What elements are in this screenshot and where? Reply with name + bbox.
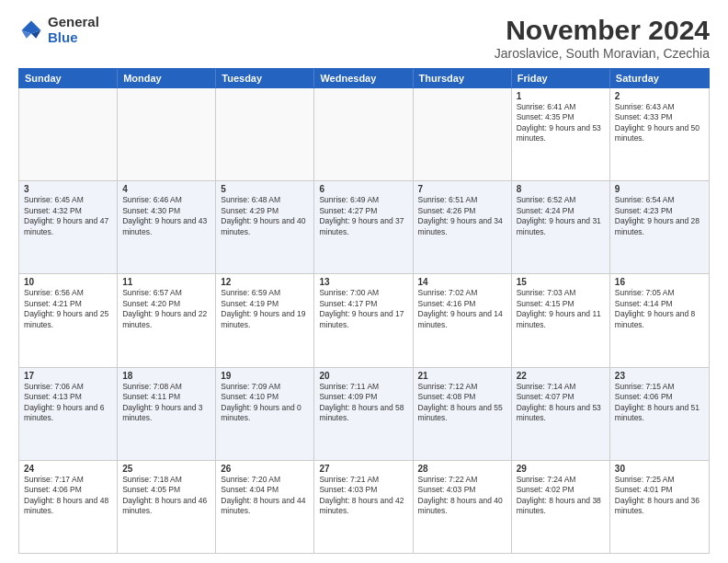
month-title: November 2024 — [495, 15, 710, 46]
cal-cell-r0-c1 — [118, 88, 216, 180]
cell-info: Sunrise: 7:06 AM Sunset: 4:13 PM Dayligh… — [24, 382, 112, 424]
cal-cell-r2-c5: 15Sunrise: 7:03 AM Sunset: 4:15 PM Dayli… — [512, 274, 610, 366]
cal-cell-r1-c5: 8Sunrise: 6:52 AM Sunset: 4:24 PM Daylig… — [512, 181, 610, 273]
cell-info: Sunrise: 7:09 AM Sunset: 4:10 PM Dayligh… — [221, 382, 309, 424]
cal-cell-r1-c2: 5Sunrise: 6:48 AM Sunset: 4:29 PM Daylig… — [216, 181, 314, 273]
cal-cell-r3-c1: 18Sunrise: 7:08 AM Sunset: 4:11 PM Dayli… — [118, 368, 216, 460]
day-number: 12 — [221, 277, 309, 287]
cell-info: Sunrise: 7:03 AM Sunset: 4:15 PM Dayligh… — [517, 288, 605, 330]
day-number: 29 — [517, 464, 605, 474]
cell-info: Sunrise: 7:08 AM Sunset: 4:11 PM Dayligh… — [122, 382, 210, 424]
cell-info: Sunrise: 7:05 AM Sunset: 4:14 PM Dayligh… — [615, 288, 704, 330]
cal-cell-r3-c6: 23Sunrise: 7:15 AM Sunset: 4:06 PM Dayli… — [610, 368, 709, 460]
day-number: 26 — [221, 464, 309, 474]
cal-cell-r0-c6: 2Sunrise: 6:43 AM Sunset: 4:33 PM Daylig… — [610, 88, 709, 180]
day-number: 4 — [122, 184, 210, 194]
logo-text: General Blue — [48, 15, 99, 45]
cal-cell-r0-c3 — [314, 88, 413, 180]
cell-info: Sunrise: 7:17 AM Sunset: 4:06 PM Dayligh… — [24, 475, 112, 517]
day-number: 23 — [615, 371, 704, 381]
cell-info: Sunrise: 7:22 AM Sunset: 4:03 PM Dayligh… — [418, 475, 506, 517]
cell-info: Sunrise: 6:46 AM Sunset: 4:30 PM Dayligh… — [122, 195, 210, 237]
day-number: 28 — [418, 464, 506, 474]
cell-info: Sunrise: 6:43 AM Sunset: 4:33 PM Dayligh… — [615, 102, 704, 144]
cal-cell-r2-c6: 16Sunrise: 7:05 AM Sunset: 4:14 PM Dayli… — [610, 274, 709, 366]
day-number: 18 — [122, 371, 210, 381]
cell-info: Sunrise: 7:25 AM Sunset: 4:01 PM Dayligh… — [615, 475, 704, 517]
cal-cell-r0-c2 — [216, 88, 314, 180]
calendar-body: 1Sunrise: 6:41 AM Sunset: 4:35 PM Daylig… — [18, 88, 710, 554]
header-saturday: Saturday — [610, 69, 709, 87]
header-wednesday: Wednesday — [314, 69, 413, 87]
calendar: Sunday Monday Tuesday Wednesday Thursday… — [18, 68, 710, 554]
cell-info: Sunrise: 6:48 AM Sunset: 4:29 PM Dayligh… — [221, 195, 309, 237]
day-number: 1 — [517, 91, 605, 101]
day-number: 7 — [418, 184, 506, 194]
cell-info: Sunrise: 6:52 AM Sunset: 4:24 PM Dayligh… — [517, 195, 605, 237]
header-tuesday: Tuesday — [216, 69, 314, 87]
cell-info: Sunrise: 7:11 AM Sunset: 4:09 PM Dayligh… — [319, 382, 407, 424]
cal-cell-r2-c4: 14Sunrise: 7:02 AM Sunset: 4:16 PM Dayli… — [414, 274, 512, 366]
header-monday: Monday — [118, 69, 216, 87]
cell-info: Sunrise: 7:18 AM Sunset: 4:05 PM Dayligh… — [122, 475, 210, 517]
cal-cell-r4-c0: 24Sunrise: 7:17 AM Sunset: 4:06 PM Dayli… — [19, 461, 118, 553]
header: General Blue November 2024 Jaroslavice, … — [18, 15, 710, 61]
page: General Blue November 2024 Jaroslavice, … — [0, 0, 728, 563]
cell-info: Sunrise: 7:24 AM Sunset: 4:02 PM Dayligh… — [517, 475, 605, 517]
cal-cell-r3-c2: 19Sunrise: 7:09 AM Sunset: 4:10 PM Dayli… — [216, 368, 314, 460]
cell-info: Sunrise: 7:15 AM Sunset: 4:06 PM Dayligh… — [615, 382, 704, 424]
cal-cell-r3-c3: 20Sunrise: 7:11 AM Sunset: 4:09 PM Dayli… — [314, 368, 413, 460]
cal-cell-r2-c2: 12Sunrise: 6:59 AM Sunset: 4:19 PM Dayli… — [216, 274, 314, 366]
day-number: 30 — [615, 464, 704, 474]
cell-info: Sunrise: 6:54 AM Sunset: 4:23 PM Dayligh… — [615, 195, 704, 237]
cell-info: Sunrise: 7:21 AM Sunset: 4:03 PM Dayligh… — [319, 475, 407, 517]
logo: General Blue — [18, 15, 99, 45]
calendar-row-1: 3Sunrise: 6:45 AM Sunset: 4:32 PM Daylig… — [19, 181, 709, 274]
header-sunday: Sunday — [19, 69, 118, 87]
day-number: 17 — [24, 371, 112, 381]
logo-general-text: General — [48, 15, 99, 30]
day-number: 14 — [418, 277, 506, 287]
logo-icon — [18, 17, 44, 43]
cal-cell-r3-c0: 17Sunrise: 7:06 AM Sunset: 4:13 PM Dayli… — [19, 368, 118, 460]
day-number: 8 — [517, 184, 605, 194]
cal-cell-r1-c6: 9Sunrise: 6:54 AM Sunset: 4:23 PM Daylig… — [610, 181, 709, 273]
calendar-row-3: 17Sunrise: 7:06 AM Sunset: 4:13 PM Dayli… — [19, 368, 709, 461]
cell-info: Sunrise: 6:57 AM Sunset: 4:20 PM Dayligh… — [122, 288, 210, 330]
calendar-row-2: 10Sunrise: 6:56 AM Sunset: 4:21 PM Dayli… — [19, 274, 709, 367]
cell-info: Sunrise: 6:59 AM Sunset: 4:19 PM Dayligh… — [221, 288, 309, 330]
cell-info: Sunrise: 7:20 AM Sunset: 4:04 PM Dayligh… — [221, 475, 309, 517]
title-block: November 2024 Jaroslavice, South Moravia… — [495, 15, 710, 61]
calendar-row-4: 24Sunrise: 7:17 AM Sunset: 4:06 PM Dayli… — [19, 461, 709, 553]
day-number: 13 — [319, 277, 407, 287]
cal-cell-r4-c3: 27Sunrise: 7:21 AM Sunset: 4:03 PM Dayli… — [314, 461, 413, 553]
cell-info: Sunrise: 6:56 AM Sunset: 4:21 PM Dayligh… — [24, 288, 112, 330]
cal-cell-r0-c0 — [19, 88, 118, 180]
logo-blue-text: Blue — [48, 30, 99, 46]
day-number: 15 — [517, 277, 605, 287]
cal-cell-r3-c5: 22Sunrise: 7:14 AM Sunset: 4:07 PM Dayli… — [512, 368, 610, 460]
cal-cell-r1-c4: 7Sunrise: 6:51 AM Sunset: 4:26 PM Daylig… — [414, 181, 512, 273]
cal-cell-r2-c1: 11Sunrise: 6:57 AM Sunset: 4:20 PM Dayli… — [118, 274, 216, 366]
cal-cell-r3-c4: 21Sunrise: 7:12 AM Sunset: 4:08 PM Dayli… — [414, 368, 512, 460]
cell-info: Sunrise: 6:41 AM Sunset: 4:35 PM Dayligh… — [517, 102, 605, 144]
cal-cell-r2-c3: 13Sunrise: 7:00 AM Sunset: 4:17 PM Dayli… — [314, 274, 413, 366]
day-number: 10 — [24, 277, 112, 287]
cell-info: Sunrise: 7:02 AM Sunset: 4:16 PM Dayligh… — [418, 288, 506, 330]
cell-info: Sunrise: 6:45 AM Sunset: 4:32 PM Dayligh… — [24, 195, 112, 237]
day-number: 25 — [122, 464, 210, 474]
day-number: 5 — [221, 184, 309, 194]
cal-cell-r2-c0: 10Sunrise: 6:56 AM Sunset: 4:21 PM Dayli… — [19, 274, 118, 366]
calendar-row-0: 1Sunrise: 6:41 AM Sunset: 4:35 PM Daylig… — [19, 88, 709, 181]
day-number: 16 — [615, 277, 704, 287]
day-number: 27 — [319, 464, 407, 474]
cal-cell-r4-c1: 25Sunrise: 7:18 AM Sunset: 4:05 PM Dayli… — [118, 461, 216, 553]
day-number: 3 — [24, 184, 112, 194]
calendar-header: Sunday Monday Tuesday Wednesday Thursday… — [18, 68, 710, 88]
cal-cell-r0-c5: 1Sunrise: 6:41 AM Sunset: 4:35 PM Daylig… — [512, 88, 610, 180]
day-number: 19 — [221, 371, 309, 381]
header-friday: Friday — [512, 69, 610, 87]
day-number: 20 — [319, 371, 407, 381]
cell-info: Sunrise: 6:51 AM Sunset: 4:26 PM Dayligh… — [418, 195, 506, 237]
cal-cell-r1-c1: 4Sunrise: 6:46 AM Sunset: 4:30 PM Daylig… — [118, 181, 216, 273]
